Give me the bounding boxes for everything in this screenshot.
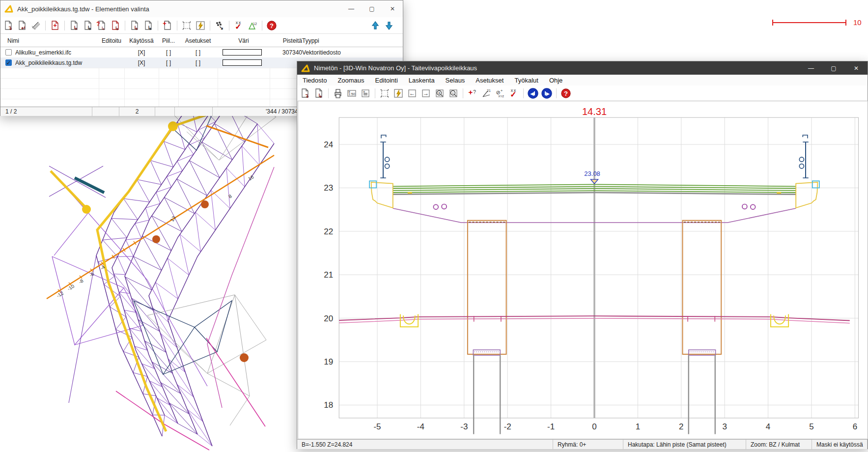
check-points-icon[interactable]: xx✓ — [507, 87, 520, 100]
row-checkbox[interactable]: ✓ — [5, 59, 12, 66]
column-header-pisteita[interactable]: Pisteitä — [270, 37, 302, 44]
column-header-asetukset[interactable]: Asetukset — [178, 37, 218, 44]
new-file-icon[interactable]: + — [161, 19, 174, 32]
window1-toolbar-right — [368, 17, 396, 33]
move-down-icon[interactable] — [383, 19, 395, 32]
column-header-tyyppi[interactable]: Tyyppi — [302, 37, 400, 44]
zoom-window-icon[interactable] — [392, 87, 405, 100]
zoom-out-icon[interactable]: − — [447, 87, 460, 100]
minimize-button[interactable]: — — [341, 2, 362, 16]
cell-piilotettu: [ ] — [159, 49, 178, 56]
svg-text:?: ? — [473, 89, 476, 95]
window1-titlebar[interactable]: Akk_poikkileikkaus.tg.tdw - Elementtien … — [0, 0, 403, 17]
menu-selaus[interactable]: Selaus — [440, 76, 471, 85]
color-swatch[interactable] — [223, 59, 262, 66]
column-header-vari[interactable]: Väri — [218, 37, 270, 44]
write-file-icon[interactable]: ↳ — [312, 87, 325, 100]
move-up-icon[interactable] — [369, 19, 382, 32]
zoom-active-icon[interactable] — [194, 19, 207, 32]
copy-file-2-icon[interactable]: ↳ — [142, 19, 155, 32]
help-icon[interactable]: ? — [560, 87, 572, 100]
close-button[interactable]: ✕ — [382, 2, 403, 16]
triangulate-12-icon[interactable]: 12 — [246, 19, 259, 32]
close-button[interactable]: ✕ — [845, 61, 868, 75]
save-file-icon[interactable]: ↳ — [68, 19, 81, 32]
help-icon[interactable]: ? — [265, 19, 278, 32]
table-grid-line — [218, 68, 218, 107]
previous-section-icon[interactable]: ◀ — [527, 87, 539, 100]
cross-section-window[interactable]: Nimetön - [3D-Win Novatron Oy] - Taitevi… — [297, 61, 868, 449]
status-search-mode: Hakutapa: Lähin piste (Samat pisteet) — [623, 440, 746, 450]
column-header-kaytossa[interactable]: Käytössä — [124, 37, 159, 44]
add-file-icon[interactable]: + — [49, 19, 61, 32]
scale-1-50-icon[interactable]: ✕1:50 — [345, 87, 358, 100]
column-header-editoitu[interactable]: Editoitu — [99, 37, 124, 44]
table-row[interactable]: Alikulku_esimerkki.ifc[X][ ][ ]307340Vek… — [0, 47, 403, 57]
window2-titlebar[interactable]: Nimetön - [3D-Win Novatron Oy] - Taitevi… — [297, 61, 868, 75]
svg-text:↳: ↳ — [73, 25, 78, 31]
svg-text:0: 0 — [592, 422, 596, 431]
coordinates-xyz-icon[interactable]: ⊘+XYZ — [494, 87, 506, 100]
svg-text:−: − — [452, 91, 454, 95]
menu-laskenta[interactable]: Laskenta — [403, 76, 440, 85]
svg-text:-4: -4 — [417, 422, 424, 431]
column-header-piilotettu[interactable]: Piil... — [159, 37, 178, 44]
edit-elements-icon[interactable] — [29, 19, 42, 32]
toolbar-separator — [463, 88, 463, 98]
zoom-extents-icon[interactable] — [180, 19, 193, 32]
row-checkbox[interactable] — [5, 49, 12, 56]
station-label: 14.31 — [582, 106, 607, 117]
color-swatch[interactable] — [223, 49, 262, 56]
maximize-button[interactable]: ▢ — [362, 2, 382, 16]
toolbar-separator — [328, 88, 329, 98]
table-grid-line — [159, 68, 159, 107]
pan-left-icon[interactable]: ← — [406, 87, 419, 100]
window2-menubar: TiedostoZoomausEditointiLaskentaSelausAs… — [297, 75, 868, 85]
read-file-icon[interactable]: ↴ — [299, 87, 311, 100]
pan-right-icon[interactable]: → — [420, 87, 432, 100]
maximize-button[interactable]: ▢ — [822, 61, 845, 75]
open-add-file-icon[interactable]: ↵ — [16, 19, 28, 32]
svg-text:21: 21 — [324, 270, 333, 280]
zoom-extents-icon[interactable] — [378, 87, 391, 100]
svg-text:+: + — [163, 20, 167, 27]
save-as-file-icon[interactable]: ↳ — [82, 19, 94, 32]
svg-text:1:50: 1:50 — [348, 92, 355, 96]
print-icon[interactable] — [332, 87, 344, 100]
menu-asetukset[interactable]: Asetukset — [470, 76, 509, 85]
menu-tiedosto[interactable]: Tiedosto — [297, 76, 332, 85]
menu-editointi[interactable]: Editointi — [370, 76, 403, 85]
svg-text:1: 1 — [636, 422, 640, 431]
export-file-icon[interactable]: ↳ — [109, 19, 122, 32]
svg-text:18: 18 — [324, 400, 333, 410]
table-header[interactable]: NimiEditoituKäytössäPiil...AsetuksetVäri… — [0, 33, 403, 47]
window2-statusbar: B=-1.550 Z=24.824Ryhmä: 0+Hakutapa: Lähi… — [297, 439, 868, 449]
cell-tyyppi: Vektoritiedosto — [302, 49, 400, 56]
query-write-icon[interactable]: ?↳ — [95, 19, 108, 32]
menu-ohje[interactable]: Ohje — [544, 76, 568, 85]
next-section-icon[interactable]: ▶ — [540, 87, 553, 100]
cross-section-canvas[interactable]: -5-4-3-2-101234561819202122232414.3123.0… — [298, 101, 868, 439]
cell-pisteita: 307340 — [270, 49, 302, 56]
add-point-icon[interactable]: +? — [466, 87, 479, 100]
svg-text:↴: ↴ — [304, 93, 308, 99]
copy-file-icon[interactable]: ↳ — [128, 19, 141, 32]
window2-toolbar: ↴↳✕1:50✕←→+−+?21⊘+XYZxx✓◀▶? — [298, 85, 868, 101]
open-element-file-icon[interactable]: ↴ — [2, 19, 15, 32]
svg-text:↴: ↴ — [7, 25, 12, 31]
angle-21-icon[interactable]: 21 — [480, 87, 493, 100]
cross-section-view[interactable]: -5-4-3-2-101234561819202122232414.3123.0… — [298, 101, 868, 439]
minimize-button[interactable]: — — [800, 61, 822, 75]
column-header-name[interactable]: Nimi — [7, 37, 19, 44]
svg-text:↳: ↳ — [134, 25, 138, 31]
menu-zoomaus[interactable]: Zoomaus — [332, 76, 369, 85]
table-grid-line — [178, 68, 179, 107]
zoom-in-icon[interactable]: + — [433, 87, 446, 100]
menu-työkalut[interactable]: Työkalut — [509, 76, 543, 85]
toolbar-separator — [229, 21, 229, 30]
validate-icon[interactable]: xx✓ — [232, 19, 245, 32]
svg-text:4: 4 — [766, 422, 770, 431]
svg-text:✓: ✓ — [235, 23, 241, 31]
sheet-settings-icon[interactable]: ✕ — [359, 87, 372, 100]
thin-points-icon[interactable]: ↘ — [213, 19, 226, 32]
